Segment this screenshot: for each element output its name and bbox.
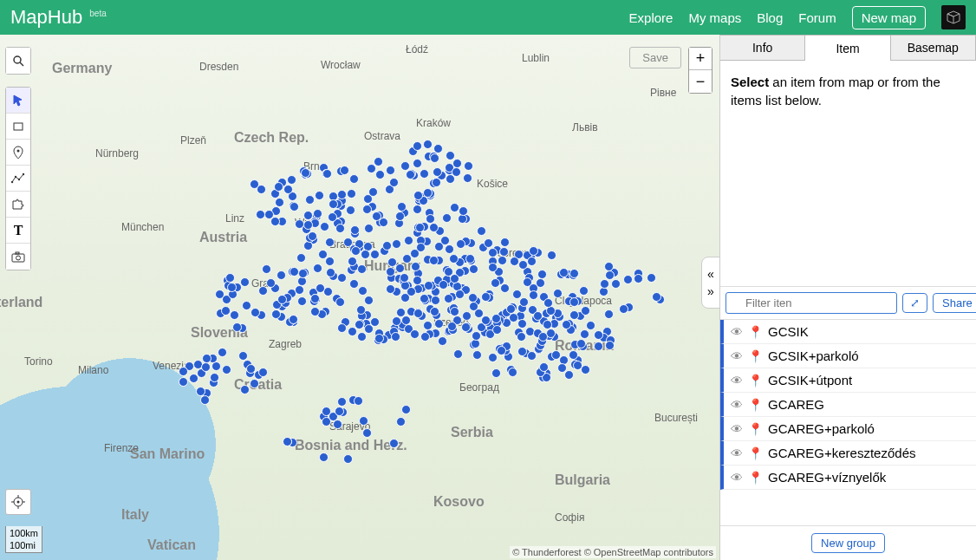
map-marker[interactable] — [543, 298, 553, 308]
map-marker[interactable] — [539, 362, 549, 372]
map-marker[interactable] — [492, 325, 502, 335]
map-marker[interactable] — [579, 286, 589, 296]
map-marker[interactable] — [402, 254, 412, 264]
map-marker[interactable] — [488, 263, 498, 272]
nav-explore[interactable]: Explore — [629, 10, 673, 25]
map-marker[interactable] — [325, 257, 335, 266]
map-marker[interactable] — [450, 203, 459, 212]
map-marker[interactable] — [343, 454, 353, 464]
map-marker[interactable] — [519, 297, 529, 307]
map-marker[interactable] — [564, 370, 574, 380]
list-item[interactable]: 👁📍GCAREG+parkoló — [720, 417, 976, 441]
eye-icon[interactable]: 👁 — [731, 471, 743, 485]
map-marker[interactable] — [506, 304, 516, 314]
line-tool[interactable] — [6, 166, 30, 192]
map-marker[interactable] — [406, 170, 415, 179]
map-marker[interactable] — [569, 297, 579, 307]
map-marker[interactable] — [318, 250, 328, 259]
map-marker[interactable] — [322, 169, 332, 179]
map-marker[interactable] — [444, 267, 453, 277]
map-marker[interactable] — [413, 205, 422, 214]
map-marker[interactable] — [322, 407, 331, 416]
tab-basemap[interactable]: Basemap — [891, 35, 976, 61]
map-marker[interactable] — [477, 226, 486, 236]
rectangle-tool[interactable] — [6, 114, 30, 140]
map-marker[interactable] — [581, 306, 590, 316]
map-marker[interactable] — [322, 417, 331, 427]
map-marker[interactable] — [580, 329, 589, 339]
map-marker[interactable] — [232, 322, 242, 332]
map-marker[interactable] — [325, 238, 335, 247]
map-marker[interactable] — [297, 296, 307, 306]
map-marker[interactable] — [396, 417, 406, 427]
map-marker[interactable] — [452, 167, 461, 177]
eye-icon[interactable]: 👁 — [731, 446, 743, 460]
map-marker[interactable] — [553, 289, 563, 298]
list-item[interactable]: 👁📍GCSIK+útpont — [720, 368, 976, 393]
map-marker[interactable] — [481, 316, 491, 325]
map-marker[interactable] — [559, 268, 569, 277]
map-marker[interactable] — [387, 257, 397, 267]
map-marker[interactable] — [395, 212, 405, 221]
map-marker[interactable] — [512, 290, 522, 299]
map-marker[interactable] — [221, 306, 231, 316]
search-button[interactable] — [6, 48, 30, 74]
map-marker[interactable] — [434, 242, 444, 251]
map-marker[interactable] — [611, 279, 621, 289]
save-button[interactable]: Save — [629, 47, 681, 68]
map-marker[interactable] — [543, 320, 552, 329]
eye-icon[interactable]: 👁 — [731, 422, 743, 436]
map-marker[interactable] — [262, 264, 271, 274]
list-item[interactable]: 👁📍GCAREG+víznyelők — [720, 466, 976, 490]
map-marker[interactable] — [313, 264, 322, 273]
map-marker[interactable] — [424, 281, 433, 290]
map-marker[interactable] — [445, 244, 454, 254]
select-tool[interactable] — [6, 88, 30, 114]
map-marker[interactable] — [347, 189, 356, 199]
map-marker[interactable] — [420, 169, 429, 179]
map-marker[interactable] — [619, 304, 628, 314]
map-marker[interactable] — [569, 269, 579, 278]
map-marker[interactable] — [434, 319, 444, 329]
map-marker[interactable] — [356, 305, 366, 315]
map-marker[interactable] — [386, 166, 395, 175]
map-marker[interactable] — [386, 267, 395, 277]
map-marker[interactable] — [250, 379, 259, 388]
map-marker[interactable] — [362, 205, 372, 214]
text-tool[interactable]: T — [6, 218, 30, 244]
new-map-button[interactable]: New map — [852, 6, 926, 29]
map-marker[interactable] — [411, 262, 420, 271]
map-marker[interactable] — [523, 277, 532, 287]
items-list[interactable]: 👁📍GCSIK👁📍GCSIK+parkoló👁📍GCSIK+útpont👁📍GC… — [720, 320, 976, 525]
map-marker[interactable] — [455, 290, 465, 299]
map-marker[interactable] — [392, 239, 401, 249]
new-group-button[interactable]: New group — [811, 533, 885, 553]
map-marker[interactable] — [415, 223, 425, 232]
map-marker[interactable] — [316, 283, 325, 293]
map-marker[interactable] — [391, 332, 400, 342]
map-marker[interactable] — [296, 253, 306, 263]
eye-icon[interactable]: 👁 — [731, 374, 743, 387]
map-marker[interactable] — [266, 278, 276, 288]
map-marker[interactable] — [310, 294, 320, 303]
expand-button[interactable]: ⤢ — [902, 293, 927, 313]
map-marker[interactable] — [527, 257, 537, 266]
list-item[interactable]: 👁📍GCAREG — [720, 393, 976, 417]
map-marker[interactable] — [468, 293, 478, 303]
map-marker[interactable] — [230, 310, 239, 320]
map-marker[interactable] — [442, 213, 452, 223]
eye-icon[interactable]: 👁 — [731, 349, 743, 363]
map-marker[interactable] — [392, 316, 401, 326]
map-marker[interactable] — [562, 320, 571, 329]
map-marker[interactable] — [605, 270, 615, 280]
map-marker[interactable] — [450, 307, 459, 316]
map-marker[interactable] — [361, 250, 370, 259]
map-marker[interactable] — [333, 420, 342, 429]
map-marker[interactable] — [500, 283, 510, 293]
map-marker[interactable] — [179, 377, 188, 387]
map-marker[interactable] — [400, 273, 409, 283]
map-marker[interactable] — [491, 314, 501, 323]
avatar[interactable] — [941, 5, 966, 29]
map-marker[interactable] — [348, 327, 357, 336]
map-marker[interactable] — [348, 257, 357, 266]
